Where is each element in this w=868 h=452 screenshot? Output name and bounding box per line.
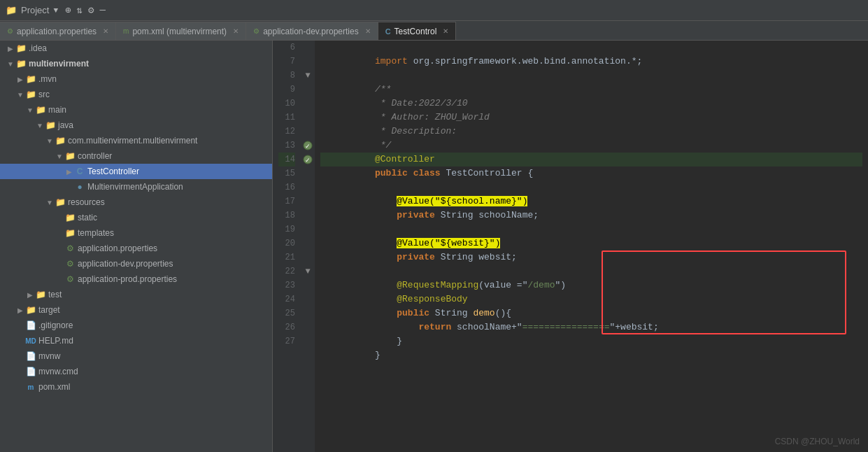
sidebar-item-main[interactable]: ▼ 📁 main	[0, 102, 272, 118]
tab-icon-pom-xml: m	[123, 27, 129, 35]
code-line-8: /**	[320, 69, 862, 83]
icon-app-dev-prop: ⚙	[64, 259, 76, 269]
icon-mvnw-cmd: 📄	[25, 367, 36, 376]
title-project-label: Project	[21, 5, 49, 15]
tab-application-properties[interactable]: ⚙ application.properties ✕	[0, 22, 116, 40]
ln-13: 13	[278, 139, 295, 153]
gutter-14: ✓	[301, 153, 315, 167]
sidebar-item-mvnw[interactable]: 📄 mvnw	[0, 348, 272, 364]
label-static: static	[78, 213, 97, 223]
label-test: test	[48, 290, 62, 299]
sidebar-item-com-package[interactable]: ▼ 📁 com.multienvirment.multienvirment	[0, 133, 272, 148]
tab-application-dev-properties[interactable]: ⚙ application-dev.properties ✕	[246, 22, 378, 40]
tab-icon-application-properties: ⚙	[7, 27, 13, 35]
new-tab-icon[interactable]: ⊕	[65, 4, 71, 16]
label-mvnw: mvnw	[38, 351, 60, 361]
sidebar-item-multienvirment-application[interactable]: ● MultienvirmentApplication	[0, 179, 272, 195]
ln-16: 16	[278, 181, 295, 195]
gutter-23	[301, 278, 315, 292]
split-icon[interactable]: ⇅	[77, 4, 83, 16]
sidebar-item-mvnw-cmd[interactable]: 📄 mvnw.cmd	[0, 364, 272, 379]
sidebar-item-static[interactable]: 📁 static	[0, 210, 272, 225]
arrow-java: ▼	[35, 122, 45, 129]
main-content: ▶ 📁 .idea ▼ 📁 multienvirment ▶ 📁 .mvn ▼ …	[0, 41, 868, 452]
tab-icon-test-controller: C	[385, 27, 391, 36]
ln-10: 10	[278, 97, 295, 111]
sidebar-item-test[interactable]: ▶ 📁 test	[0, 287, 272, 302]
tab-close-application-properties[interactable]: ✕	[103, 27, 108, 35]
class-icon-multienvirment-app: ●	[74, 182, 85, 192]
arrow-com-package: ▼	[45, 137, 55, 145]
label-gitignore: .gitignore	[38, 320, 73, 330]
svg-text:✓: ✓	[305, 143, 311, 150]
icon-pom-xml: m	[25, 383, 36, 391]
svg-text:✓: ✓	[305, 157, 311, 164]
sidebar-item-resources[interactable]: ▼ 📁 resources	[0, 195, 272, 210]
label-help-md: HELP.md	[38, 336, 73, 346]
code-line-16: @Value("${school.name}")	[320, 181, 862, 195]
code-line-13: @Controller	[320, 139, 862, 153]
code-line-9: * Date:2022/3/10	[320, 83, 862, 97]
tab-test-controller[interactable]: C TestControl ✕	[378, 22, 457, 40]
sidebar-item-multienvirment[interactable]: ▼ 📁 multienvirment	[0, 56, 272, 71]
arrow-main: ▼	[25, 106, 35, 114]
ln-14: 14	[278, 153, 295, 167]
sidebar-item-test-controller[interactable]: ▶ C TestController	[0, 164, 272, 179]
sidebar-item-gitignore[interactable]: 📄 .gitignore	[0, 318, 272, 333]
ln-17: 17	[278, 195, 295, 209]
sidebar-item-app-prop[interactable]: ⚙ application.properties	[0, 241, 272, 256]
tab-close-app-dev[interactable]: ✕	[365, 27, 371, 35]
tab-close-pom-xml[interactable]: ✕	[233, 27, 239, 35]
sidebar-item-controller[interactable]: ▼ 📁 controller	[0, 148, 272, 164]
sidebar-item-help-md[interactable]: MD HELP.md	[0, 333, 272, 348]
settings-icon[interactable]: ⚙	[88, 4, 94, 16]
tab-pom-xml[interactable]: m pom.xml (multienvirment) ✕	[116, 22, 246, 40]
sidebar-item-src[interactable]: ▼ 📁 src	[0, 87, 272, 102]
icon-app-prop: ⚙	[64, 243, 76, 253]
gutter-20	[301, 236, 315, 250]
title-bar-icons: ⊕ ⇅ ⚙ —	[65, 4, 106, 16]
tab-label-pom-xml: pom.xml (multienvirment)	[132, 27, 227, 36]
ln-26: 26	[278, 320, 295, 334]
code-area: 6 7 8 9 10 11 12 13 14 15 16 17 18 19 20…	[273, 41, 868, 452]
sidebar-item-idea[interactable]: ▶ 📁 .idea	[0, 41, 272, 56]
code-editor: 6 7 8 9 10 11 12 13 14 15 16 17 18 19 20…	[273, 41, 868, 452]
tab-close-test-controller[interactable]: ✕	[443, 27, 448, 35]
gutter: ▼ ✓ ✓ ▼	[301, 41, 315, 452]
sidebar-item-templates[interactable]: 📁 templates	[0, 225, 272, 241]
code-line-6: import org.springframework.web.bind.anno…	[320, 41, 862, 55]
sidebar-item-app-prod-prop[interactable]: ⚙ application-prod.properties	[0, 271, 272, 287]
gutter-10	[301, 97, 315, 111]
folder-icon-target: 📁	[25, 305, 36, 315]
icon-help-md: MD	[25, 337, 36, 345]
gutter-18	[301, 209, 315, 223]
arrow-target: ▶	[15, 306, 25, 314]
title-dropdown-icon[interactable]: ▼	[53, 6, 58, 15]
sidebar-item-target[interactable]: ▶ 📁 target	[0, 302, 272, 318]
sidebar-item-mvn[interactable]: ▶ 📁 .mvn	[0, 71, 272, 87]
gutter-15	[301, 167, 315, 181]
gutter-6	[301, 41, 315, 55]
tab-label-application-properties: application.properties	[17, 27, 97, 36]
minimize-icon[interactable]: —	[99, 4, 105, 16]
sidebar-item-pom-xml[interactable]: m pom.xml	[0, 379, 272, 395]
folder-icon-idea: 📁	[15, 43, 27, 53]
arrow-resources: ▼	[45, 199, 55, 206]
sidebar-item-java[interactable]: ▼ 📁 java	[0, 118, 272, 133]
folder-icon-static: 📁	[64, 213, 76, 223]
title-project-icon: 📁	[6, 5, 17, 16]
label-src: src	[38, 90, 50, 99]
gutter-16	[301, 181, 315, 195]
title-bar: 📁 Project ▼ ⊕ ⇅ ⚙ —	[0, 0, 868, 21]
sidebar: ▶ 📁 .idea ▼ 📁 multienvirment ▶ 📁 .mvn ▼ …	[0, 41, 273, 452]
label-templates: templates	[78, 228, 114, 238]
arrow-src: ▼	[15, 91, 25, 99]
sidebar-item-app-dev-prop[interactable]: ⚙ application-dev.properties	[0, 256, 272, 271]
ln-22: 22	[278, 264, 295, 278]
label-target: target	[38, 305, 60, 315]
arrow-test-controller: ▶	[64, 168, 74, 176]
gutter-19	[301, 223, 315, 236]
folder-icon-java: 📁	[45, 120, 56, 130]
gutter-8[interactable]: ▼	[301, 69, 315, 83]
label-app-prod-prop: application-prod.properties	[78, 274, 177, 284]
